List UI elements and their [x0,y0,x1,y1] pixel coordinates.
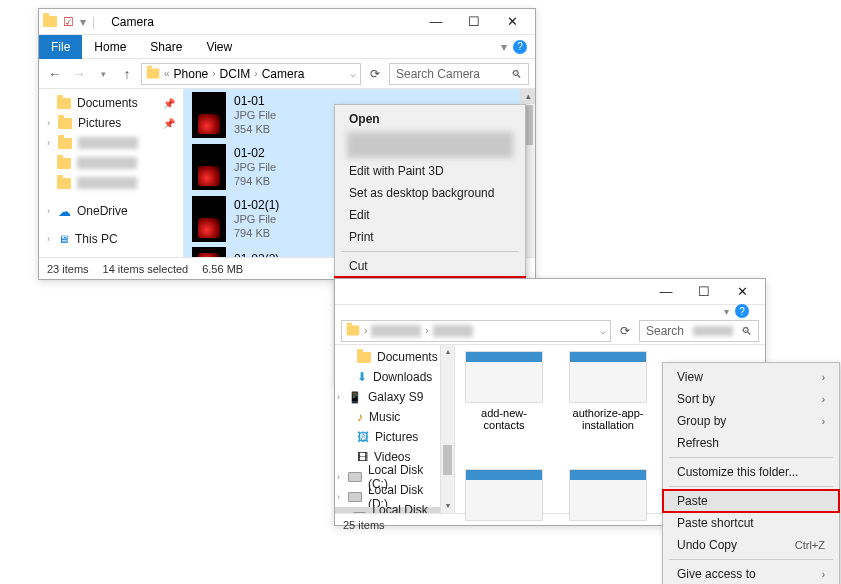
chevron-right-icon[interactable]: › [337,492,340,502]
music-icon: ♪ [357,410,363,424]
scroll-thumb[interactable] [443,445,452,475]
file-item[interactable]: authorize-app-installation [565,351,651,431]
ctx-open[interactable]: Open [335,108,525,130]
sidebar-item-music[interactable]: ♪Music [335,407,454,427]
search-box[interactable]: Search 🔍︎ [639,320,759,342]
sidebar-item-disk-e[interactable]: ⌄Local Disk (E:) [335,507,454,513]
sidebar-item-blurred[interactable] [39,153,183,173]
address-bar[interactable]: › › ⌵ [341,320,611,342]
file-thumbnail [569,469,647,521]
folder-icon [57,178,71,189]
nav-recent-dropdown[interactable]: ▾ [93,69,113,79]
crumb-camera[interactable]: Camera [262,67,305,81]
chevron-right-icon[interactable]: › [337,392,340,402]
close-button[interactable]: ✕ [723,280,761,304]
file-thumbnail [192,196,226,242]
chevron-right-icon: › [822,394,825,405]
ribbon-tab-home[interactable]: Home [82,35,138,59]
sidebar-item-blurred[interactable]: › [39,133,183,153]
chevron-right-icon: › [254,68,257,79]
file-name: 01-01 [234,94,276,108]
sidebar-item-blurred[interactable] [39,173,183,193]
ctx-blurred-items [347,132,513,158]
chevron-right-icon[interactable]: › [47,206,50,216]
ctx-customize[interactable]: Customize this folder... [663,461,839,483]
ctx-print[interactable]: Print [335,226,525,248]
sidebar-item-galaxy[interactable]: ›📱Galaxy S9 [335,387,454,407]
chevron-down-icon[interactable]: ⌵ [600,325,606,336]
ctx-undo-copy[interactable]: Undo CopyCtrl+Z [663,534,839,556]
qa-checkbox-icon[interactable]: ☑ [63,15,74,29]
help-icon[interactable]: ? [735,304,749,318]
file-item[interactable] [461,469,547,521]
chevron-right-icon[interactable]: › [337,472,340,482]
ctx-give-access[interactable]: Give access to› [663,563,839,584]
nav-up-button[interactable]: ↑ [117,66,137,82]
ctx-view[interactable]: View› [663,366,839,388]
minimize-button[interactable]: — [417,10,455,34]
nav-back-button[interactable]: ← [45,66,65,82]
sidebar-item-downloads[interactable]: ⬇Downloads [335,367,454,387]
ctx-cut[interactable]: Cut [335,255,525,277]
file-size: 794 KB [234,226,279,240]
scroll-up-button[interactable]: ▴ [441,345,454,359]
refresh-button[interactable]: ⟳ [365,67,385,81]
crumb-overflow-icon[interactable]: « [164,68,170,79]
status-item-count: 25 items [343,519,385,531]
crumb-dcim[interactable]: DCIM [220,67,251,81]
sidebar-label: Local Disk (E:) [372,503,446,513]
ctx-edit[interactable]: Edit [335,204,525,226]
maximize-button[interactable]: ☐ [455,10,493,34]
sidebar-item-documents[interactable]: Documents [335,347,454,367]
ctx-set-background[interactable]: Set as desktop background [335,182,525,204]
close-button[interactable]: ✕ [493,10,531,34]
sidebar-label: Downloads [373,370,432,384]
scroll-down-button[interactable]: ▾ [441,499,454,513]
sidebar-item-pictures[interactable]: ›Pictures📌 [39,113,183,133]
search-box[interactable]: Search Camera 🔍︎ [389,63,529,85]
status-item-count: 23 items [47,263,89,275]
sidebar-item-onedrive[interactable]: ›☁OneDrive [39,201,183,221]
sidebar-item-pictures[interactable]: 🖼Pictures [335,427,454,447]
address-bar[interactable]: « Phone › DCIM › Camera ⌵ [141,63,361,85]
chevron-down-icon[interactable]: ⌵ [350,68,356,79]
minimize-button[interactable]: — [647,280,685,304]
ctx-label: Group by [677,414,726,428]
ribbon-expand-icon[interactable]: ▾ [501,40,507,54]
file-thumbnail [569,351,647,403]
blurred-label [693,326,733,336]
ctx-paste[interactable]: Paste [663,490,839,512]
ctx-refresh[interactable]: Refresh [663,432,839,454]
sidebar-item-documents[interactable]: Documents📌 [39,93,183,113]
scrollbar[interactable]: ▴ ▾ [440,345,454,513]
ribbon-tab-file[interactable]: File [39,35,82,59]
help-icon[interactable]: ? [513,40,527,54]
scroll-up-button[interactable]: ▴ [521,89,535,104]
ctx-groupby[interactable]: Group by› [663,410,839,432]
ctx-shortcut: Ctrl+Z [795,539,825,551]
chevron-right-icon[interactable]: › [47,118,50,128]
file-size: 794 KB [234,174,276,188]
search-icon: 🔍︎ [511,68,522,80]
ctx-sortby[interactable]: Sort by› [663,388,839,410]
ctx-separator [669,457,833,458]
ribbon-tab-share[interactable]: Share [138,35,194,59]
sidebar-item-thispc[interactable]: ›🖥This PC [39,229,183,249]
ribbon-expand-icon[interactable]: ▾ [724,306,729,317]
ctx-paste-shortcut[interactable]: Paste shortcut [663,512,839,534]
crumb-phone[interactable]: Phone [174,67,209,81]
file-name: 01-02(1) [234,198,279,212]
file-item[interactable] [565,469,651,521]
file-item[interactable]: add-new-contacts [461,351,547,431]
nav-forward-button[interactable]: → [69,66,89,82]
chevron-down-icon[interactable]: ⌄ [337,512,345,513]
chevron-right-icon: › [425,325,428,336]
status-selected-count: 14 items selected [103,263,189,275]
ctx-paint3d[interactable]: Edit with Paint 3D [335,160,525,182]
ribbon-tab-view[interactable]: View [194,35,244,59]
refresh-button[interactable]: ⟳ [615,324,635,338]
chevron-right-icon[interactable]: › [47,234,50,244]
chevron-right-icon[interactable]: › [47,138,50,148]
sidebar-label: Documents [77,96,138,110]
maximize-button[interactable]: ☐ [685,280,723,304]
